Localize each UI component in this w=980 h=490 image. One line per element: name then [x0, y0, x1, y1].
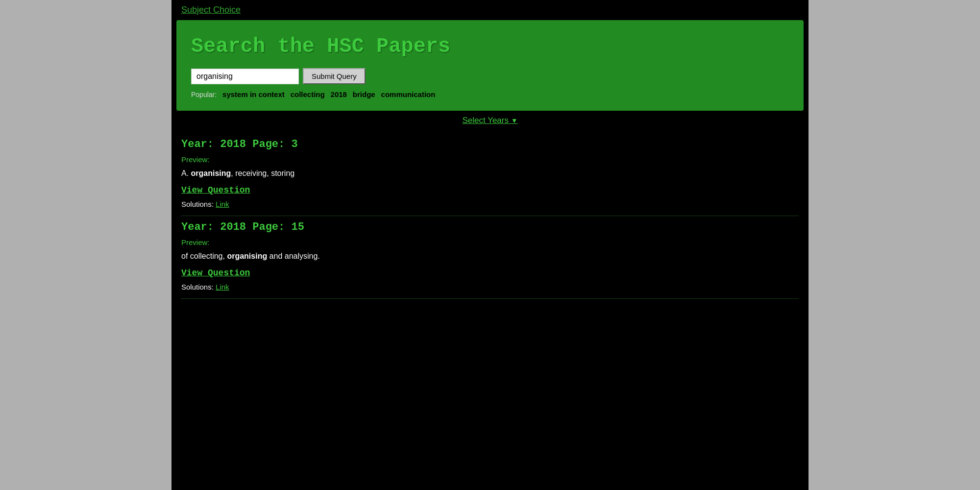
results-area: Year: 2018 Page: 3 Preview: A. organisin…: [172, 128, 808, 309]
preview-prefix-0: A.: [181, 169, 191, 177]
select-years-label: Select Years: [462, 116, 509, 125]
popular-link-collecting[interactable]: collecting: [291, 90, 325, 98]
year-page-heading-1: Year: 2018 Page: 15: [181, 221, 799, 233]
app-wrapper: Subject Choice Search the HSC Papers Sub…: [172, 0, 808, 490]
result-block-0: Year: 2018 Page: 3 Preview: A. organisin…: [181, 133, 799, 216]
preview-suffix-1: and analysing.: [267, 252, 320, 260]
view-question-link-0[interactable]: View Question: [181, 185, 799, 195]
submit-button[interactable]: Submit Query: [303, 68, 366, 84]
popular-label: Popular:: [191, 91, 217, 98]
chevron-down-icon: ▼: [511, 117, 518, 124]
solutions-link-0[interactable]: Link: [216, 200, 229, 208]
select-years-row: Select Years ▼: [172, 111, 808, 128]
solutions-row-1: Solutions: Link: [181, 283, 799, 291]
result-block-1: Year: 2018 Page: 15 Preview: of collecti…: [181, 216, 799, 299]
preview-label-1: Preview:: [181, 238, 799, 246]
solutions-label-1: Solutions:: [181, 283, 214, 291]
banner-title: Search the HSC Papers: [191, 35, 789, 58]
popular-link-bridge[interactable]: bridge: [353, 90, 375, 98]
preview-bold-1: organising: [227, 252, 267, 260]
preview-label-0: Preview:: [181, 155, 799, 164]
solutions-label-0: Solutions:: [181, 200, 214, 208]
view-question-link-1[interactable]: View Question: [181, 268, 799, 278]
subject-choice-link[interactable]: Subject Choice: [181, 5, 241, 15]
search-banner: Search the HSC Papers Submit Query Popul…: [176, 20, 804, 111]
solutions-row-0: Solutions: Link: [181, 200, 799, 208]
select-years-button[interactable]: Select Years ▼: [462, 116, 517, 125]
year-page-heading-0: Year: 2018 Page: 3: [181, 138, 799, 150]
solutions-link-1[interactable]: Link: [216, 283, 229, 291]
preview-text-0: A. organising, receiving, storing: [181, 168, 799, 179]
popular-link-system-in-context[interactable]: system in context: [222, 90, 285, 98]
popular-link-2018[interactable]: 2018: [331, 90, 347, 98]
preview-suffix-0: , receiving, storing: [231, 169, 294, 177]
top-bar: Subject Choice: [172, 0, 808, 20]
search-row: Submit Query: [191, 68, 789, 84]
preview-prefix-1: of collecting,: [181, 252, 227, 260]
search-input[interactable]: [191, 69, 299, 84]
popular-row: Popular: system in context collecting 20…: [191, 90, 789, 98]
preview-bold-0: organising: [191, 169, 231, 177]
preview-text-1: of collecting, organising and analysing.: [181, 250, 799, 262]
popular-link-communication[interactable]: communication: [381, 90, 436, 98]
